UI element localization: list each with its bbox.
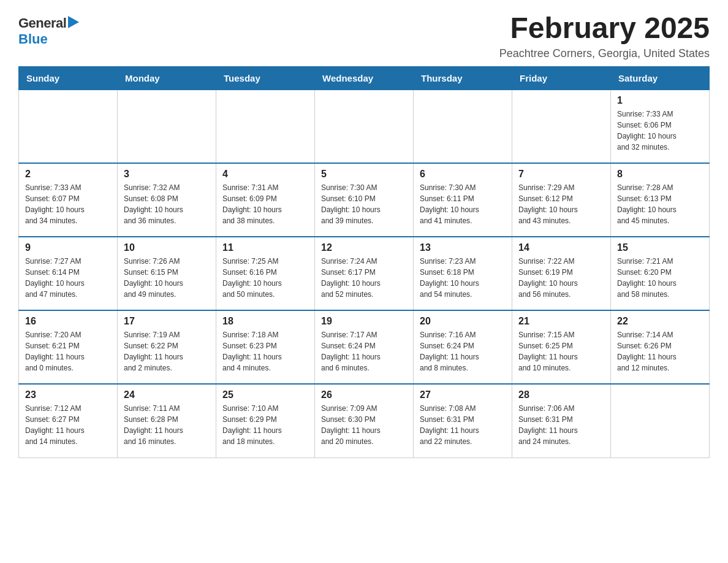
day-number: 10	[124, 242, 210, 253]
day-info: Sunrise: 7:21 AM Sunset: 6:20 PM Dayligh…	[617, 256, 703, 300]
calendar-week-row: 1Sunrise: 7:33 AM Sunset: 6:06 PM Daylig…	[19, 90, 710, 163]
day-number: 14	[518, 242, 604, 253]
calendar-cell: 11Sunrise: 7:25 AM Sunset: 6:16 PM Dayli…	[216, 237, 315, 310]
day-info: Sunrise: 7:06 AM Sunset: 6:31 PM Dayligh…	[518, 403, 604, 447]
location-label: Peachtree Corners, Georgia, United State…	[499, 47, 710, 60]
weekday-header-tuesday: Tuesday	[216, 66, 315, 90]
day-number: 23	[25, 389, 111, 400]
day-number: 15	[617, 242, 703, 253]
day-number: 4	[222, 169, 308, 180]
day-number: 9	[25, 242, 111, 253]
weekday-header-monday: Monday	[118, 66, 216, 90]
calendar-cell	[216, 90, 315, 163]
day-number: 12	[321, 242, 407, 253]
day-info: Sunrise: 7:09 AM Sunset: 6:30 PM Dayligh…	[321, 403, 407, 447]
day-number: 8	[617, 169, 703, 180]
month-title: February 2025	[499, 12, 710, 45]
calendar-cell	[118, 90, 216, 163]
day-info: Sunrise: 7:33 AM Sunset: 6:07 PM Dayligh…	[25, 182, 111, 226]
calendar-cell	[611, 384, 710, 458]
day-number: 1	[617, 95, 703, 106]
day-number: 5	[321, 169, 407, 180]
calendar-table: SundayMondayTuesdayWednesdayThursdayFrid…	[18, 66, 710, 458]
day-number: 26	[321, 389, 407, 400]
calendar-week-row: 16Sunrise: 7:20 AM Sunset: 6:21 PM Dayli…	[19, 310, 710, 384]
day-info: Sunrise: 7:17 AM Sunset: 6:24 PM Dayligh…	[321, 329, 407, 373]
day-number: 27	[420, 389, 506, 400]
calendar-cell: 28Sunrise: 7:06 AM Sunset: 6:31 PM Dayli…	[512, 384, 611, 458]
calendar-cell: 25Sunrise: 7:10 AM Sunset: 6:29 PM Dayli…	[216, 384, 315, 458]
logo-arrow-icon	[68, 16, 79, 28]
calendar-cell: 1Sunrise: 7:33 AM Sunset: 6:06 PM Daylig…	[611, 90, 710, 163]
calendar-cell: 15Sunrise: 7:21 AM Sunset: 6:20 PM Dayli…	[611, 237, 710, 310]
calendar-cell: 16Sunrise: 7:20 AM Sunset: 6:21 PM Dayli…	[19, 310, 118, 384]
day-info: Sunrise: 7:16 AM Sunset: 6:24 PM Dayligh…	[420, 329, 506, 373]
day-info: Sunrise: 7:25 AM Sunset: 6:16 PM Dayligh…	[222, 256, 308, 300]
calendar-cell: 6Sunrise: 7:30 AM Sunset: 6:11 PM Daylig…	[414, 163, 512, 237]
calendar-cell: 10Sunrise: 7:26 AM Sunset: 6:15 PM Dayli…	[118, 237, 216, 310]
day-number: 25	[222, 389, 308, 400]
day-info: Sunrise: 7:26 AM Sunset: 6:15 PM Dayligh…	[124, 256, 210, 300]
weekday-header-thursday: Thursday	[414, 66, 512, 90]
day-info: Sunrise: 7:11 AM Sunset: 6:28 PM Dayligh…	[124, 403, 210, 447]
day-info: Sunrise: 7:12 AM Sunset: 6:27 PM Dayligh…	[25, 403, 111, 447]
calendar-cell: 13Sunrise: 7:23 AM Sunset: 6:18 PM Dayli…	[414, 237, 512, 310]
day-number: 13	[420, 242, 506, 253]
day-info: Sunrise: 7:33 AM Sunset: 6:06 PM Dayligh…	[617, 109, 703, 153]
day-info: Sunrise: 7:28 AM Sunset: 6:13 PM Dayligh…	[617, 182, 703, 226]
day-number: 22	[617, 316, 703, 327]
calendar-cell: 3Sunrise: 7:32 AM Sunset: 6:08 PM Daylig…	[118, 163, 216, 237]
day-info: Sunrise: 7:32 AM Sunset: 6:08 PM Dayligh…	[124, 182, 210, 226]
day-info: Sunrise: 7:22 AM Sunset: 6:19 PM Dayligh…	[518, 256, 604, 300]
day-number: 7	[518, 169, 604, 180]
calendar-cell: 19Sunrise: 7:17 AM Sunset: 6:24 PM Dayli…	[315, 310, 414, 384]
calendar-cell: 21Sunrise: 7:15 AM Sunset: 6:25 PM Dayli…	[512, 310, 611, 384]
calendar-cell	[19, 90, 118, 163]
calendar-cell: 18Sunrise: 7:18 AM Sunset: 6:23 PM Dayli…	[216, 310, 315, 384]
weekday-header-row: SundayMondayTuesdayWednesdayThursdayFrid…	[19, 66, 710, 90]
weekday-header-saturday: Saturday	[611, 66, 710, 90]
calendar-week-row: 2Sunrise: 7:33 AM Sunset: 6:07 PM Daylig…	[19, 163, 710, 237]
day-number: 6	[420, 169, 506, 180]
day-info: Sunrise: 7:24 AM Sunset: 6:17 PM Dayligh…	[321, 256, 407, 300]
calendar-cell: 9Sunrise: 7:27 AM Sunset: 6:14 PM Daylig…	[19, 237, 118, 310]
day-number: 17	[124, 316, 210, 327]
calendar-cell	[315, 90, 414, 163]
calendar-cell: 8Sunrise: 7:28 AM Sunset: 6:13 PM Daylig…	[611, 163, 710, 237]
logo: General Blue	[18, 12, 79, 47]
weekday-header-wednesday: Wednesday	[315, 66, 414, 90]
day-number: 18	[222, 316, 308, 327]
calendar-cell: 20Sunrise: 7:16 AM Sunset: 6:24 PM Dayli…	[414, 310, 512, 384]
weekday-header-friday: Friday	[512, 66, 611, 90]
logo-general-text: General	[18, 15, 66, 31]
calendar-cell: 22Sunrise: 7:14 AM Sunset: 6:26 PM Dayli…	[611, 310, 710, 384]
calendar-cell	[512, 90, 611, 163]
day-number: 28	[518, 389, 604, 400]
day-info: Sunrise: 7:14 AM Sunset: 6:26 PM Dayligh…	[617, 329, 703, 373]
calendar-cell: 24Sunrise: 7:11 AM Sunset: 6:28 PM Dayli…	[118, 384, 216, 458]
calendar-week-row: 23Sunrise: 7:12 AM Sunset: 6:27 PM Dayli…	[19, 384, 710, 458]
calendar-cell: 14Sunrise: 7:22 AM Sunset: 6:19 PM Dayli…	[512, 237, 611, 310]
calendar-cell: 4Sunrise: 7:31 AM Sunset: 6:09 PM Daylig…	[216, 163, 315, 237]
calendar-cell	[414, 90, 512, 163]
day-info: Sunrise: 7:30 AM Sunset: 6:10 PM Dayligh…	[321, 182, 407, 226]
day-info: Sunrise: 7:23 AM Sunset: 6:18 PM Dayligh…	[420, 256, 506, 300]
day-info: Sunrise: 7:20 AM Sunset: 6:21 PM Dayligh…	[25, 329, 111, 373]
day-number: 2	[25, 169, 111, 180]
day-info: Sunrise: 7:18 AM Sunset: 6:23 PM Dayligh…	[222, 329, 308, 373]
weekday-header-sunday: Sunday	[19, 66, 118, 90]
day-info: Sunrise: 7:31 AM Sunset: 6:09 PM Dayligh…	[222, 182, 308, 226]
day-info: Sunrise: 7:30 AM Sunset: 6:11 PM Dayligh…	[420, 182, 506, 226]
day-number: 11	[222, 242, 308, 253]
day-info: Sunrise: 7:15 AM Sunset: 6:25 PM Dayligh…	[518, 329, 604, 373]
calendar-cell: 5Sunrise: 7:30 AM Sunset: 6:10 PM Daylig…	[315, 163, 414, 237]
day-number: 16	[25, 316, 111, 327]
page-header: General Blue February 2025 Peachtree Cor…	[18, 12, 710, 60]
svg-marker-0	[68, 16, 79, 28]
calendar-cell: 2Sunrise: 7:33 AM Sunset: 6:07 PM Daylig…	[19, 163, 118, 237]
calendar-cell: 26Sunrise: 7:09 AM Sunset: 6:30 PM Dayli…	[315, 384, 414, 458]
calendar-cell: 7Sunrise: 7:29 AM Sunset: 6:12 PM Daylig…	[512, 163, 611, 237]
calendar-cell: 12Sunrise: 7:24 AM Sunset: 6:17 PM Dayli…	[315, 237, 414, 310]
calendar-cell: 27Sunrise: 7:08 AM Sunset: 6:31 PM Dayli…	[414, 384, 512, 458]
day-number: 3	[124, 169, 210, 180]
